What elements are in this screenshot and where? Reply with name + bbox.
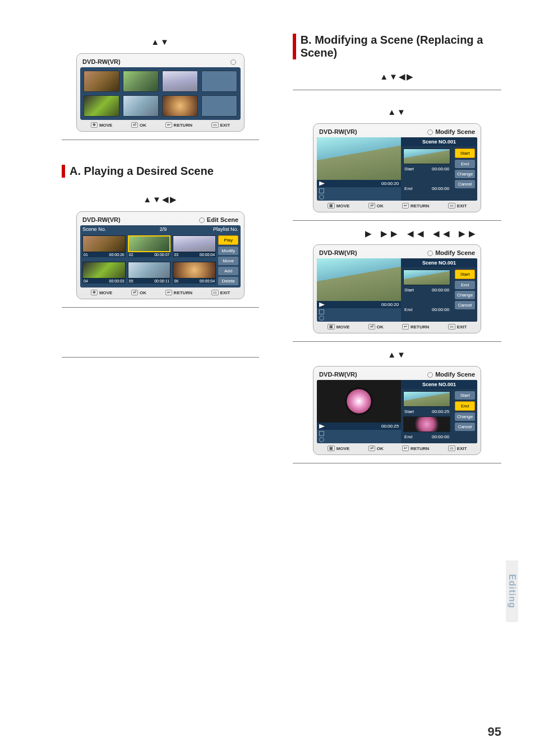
- exit-key-icon: ▭: [211, 122, 219, 128]
- scene-cell-selected[interactable]: 0200:00:07: [128, 235, 171, 259]
- footer-move: MOVE: [336, 203, 350, 208]
- start-time: 00:00:25: [432, 409, 449, 414]
- footer-move: MOVE: [99, 123, 113, 128]
- delete-button[interactable]: Delete: [218, 277, 238, 285]
- osd-title: Modify Scene: [435, 249, 475, 256]
- end-button[interactable]: End: [455, 281, 475, 289]
- scene-cell[interactable]: 0100:00:26: [82, 235, 126, 259]
- footer-ok: OK: [140, 123, 146, 128]
- play-time: 00:00:20: [327, 302, 399, 307]
- play-time: 00:00:25: [327, 424, 399, 429]
- cancel-button[interactable]: Cancel: [455, 423, 475, 431]
- footer-ok: OK: [377, 203, 384, 208]
- footer-return: RETURN: [411, 446, 429, 451]
- scene-cell[interactable]: 0600:00:04: [173, 262, 216, 286]
- playlist-thumb[interactable]: [123, 71, 159, 92]
- play-button[interactable]: Play: [218, 235, 238, 245]
- footer-ok: OK: [377, 446, 384, 451]
- change-button[interactable]: Change: [455, 291, 475, 299]
- add-button[interactable]: Add: [218, 267, 238, 275]
- arrows-top-left: ▲▼: [62, 37, 259, 47]
- start-label: Start: [404, 409, 414, 414]
- move-button[interactable]: Move: [218, 257, 238, 265]
- disc-icon: [427, 372, 433, 378]
- footer-exit: EXIT: [220, 123, 230, 128]
- heading-b: B. Modifying a Scene (Replacing a Scene): [293, 34, 501, 59]
- disc-label: DVD-RW(VR): [319, 249, 357, 256]
- playlist-thumb[interactable]: [84, 95, 119, 117]
- playlist-thumb[interactable]: [162, 71, 198, 92]
- osd-modify-scene-3: DVD-RW(VR) Modify Scene 00:00:25 Sc: [313, 366, 481, 455]
- preview-window: [317, 137, 401, 180]
- start-button[interactable]: Start: [455, 391, 475, 400]
- footer-return: RETURN: [174, 290, 192, 295]
- preview-window: [317, 258, 401, 301]
- play-time: 00:00:20: [327, 181, 399, 186]
- footer-ok: OK: [377, 324, 384, 330]
- playlist-thumb[interactable]: [84, 71, 119, 92]
- osd-edit-scene: DVD-RW(VR) Edit Scene Scene No. 2/9 Play…: [76, 211, 245, 299]
- change-button[interactable]: Change: [455, 412, 475, 421]
- end-time: 00:00:00: [432, 307, 449, 312]
- disc-label: DVD-RW(VR): [82, 216, 121, 223]
- stop-icon: [319, 188, 324, 193]
- scene-cell[interactable]: 0300:00:04: [173, 235, 216, 259]
- change-button[interactable]: Change: [455, 170, 475, 178]
- end-time: 00:00:00: [432, 434, 449, 439]
- clock-icon: [319, 194, 324, 200]
- header-count: 2/9: [127, 226, 199, 232]
- scene-cell[interactable]: 0400:00:03: [82, 262, 126, 286]
- disc-label: DVD-RW(VR): [82, 58, 121, 65]
- footer-return: RETURN: [411, 203, 429, 208]
- play-icon: [319, 182, 325, 186]
- footer-ok: OK: [140, 290, 146, 295]
- osd-playlist: DVD-RW(VR) ✥MOVE ⏎OK ↩RETURN: [76, 53, 245, 132]
- modify-button[interactable]: Modify: [218, 247, 238, 255]
- osd-modify-scene-2: DVD-RW(VR) Modify Scene 00:00:20 Sc: [313, 244, 481, 333]
- end-label: End: [404, 434, 412, 439]
- playlist-thumb[interactable]: [123, 95, 159, 117]
- footer-move: MOVE: [336, 324, 350, 330]
- osd-title: Modify Scene: [435, 128, 475, 135]
- stop-icon: [319, 431, 324, 436]
- end-button[interactable]: End: [455, 160, 475, 168]
- arrows-b3: ▲▼: [293, 350, 501, 359]
- heading-a: A. Playing a Desired Scene: [62, 165, 259, 178]
- footer-exit: EXIT: [457, 203, 467, 208]
- start-time: 00:00:00: [432, 166, 449, 171]
- footer-return: RETURN: [411, 324, 429, 330]
- header-playlist-no: Playlist No.: [199, 226, 238, 232]
- end-button[interactable]: End: [455, 401, 475, 411]
- header-scene-no: Scene No.: [82, 226, 127, 232]
- playlist-thumb[interactable]: [162, 95, 198, 117]
- footer-exit: EXIT: [457, 324, 467, 330]
- end-label: End: [404, 186, 412, 191]
- playlist-thumb-empty: [201, 95, 237, 117]
- disc-icon: [199, 217, 205, 223]
- disc-icon: [230, 59, 236, 65]
- footer-move: MOVE: [336, 446, 350, 451]
- start-button[interactable]: Start: [455, 149, 475, 158]
- start-button[interactable]: Start: [455, 270, 475, 279]
- cancel-button[interactable]: Cancel: [455, 301, 475, 309]
- scene-number: Scene NO.001: [401, 258, 477, 267]
- disc-label: DVD-RW(VR): [319, 128, 357, 135]
- footer-exit: EXIT: [457, 446, 467, 451]
- start-thumb: [403, 391, 450, 407]
- scene-cell[interactable]: 0500:00:11: [128, 262, 171, 286]
- end-thumb: [403, 416, 450, 432]
- footer-move: MOVE: [99, 290, 113, 295]
- disc-icon: [427, 251, 433, 256]
- playlist-thumb-empty: [201, 71, 237, 92]
- disc-icon: [427, 129, 433, 135]
- play-icon: [319, 303, 325, 307]
- ok-key-icon: ⏎: [131, 122, 138, 128]
- scene-number: Scene NO.001: [401, 380, 477, 389]
- cancel-button[interactable]: Cancel: [455, 180, 475, 188]
- start-label: Start: [404, 287, 414, 293]
- stop-icon: [319, 309, 324, 314]
- end-time: 00:00:00: [432, 186, 449, 191]
- arrows-b1: ▲▼◀▶: [293, 72, 501, 82]
- osd-modify-scene-1: DVD-RW(VR) Modify Scene 00:00:20 Sc: [313, 123, 481, 212]
- arrows-b2: ▲▼: [293, 107, 501, 117]
